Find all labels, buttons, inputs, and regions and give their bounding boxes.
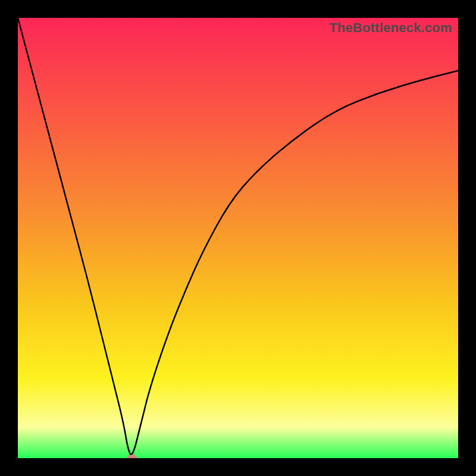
bottleneck-curve: [18, 18, 458, 458]
chart-frame: TheBottleneck.com: [0, 0, 476, 476]
plot-area: TheBottleneck.com: [18, 18, 458, 458]
curve-path: [18, 18, 458, 455]
optimum-marker: [127, 455, 137, 458]
